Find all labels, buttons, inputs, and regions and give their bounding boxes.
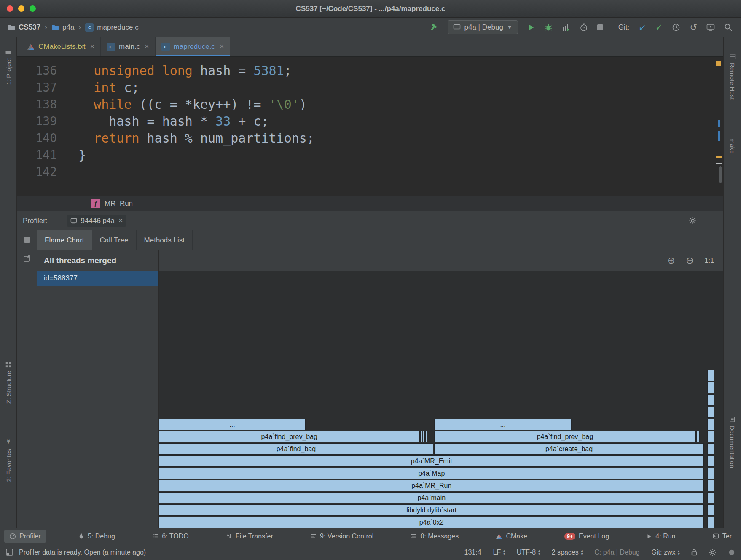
flame-frame[interactable] bbox=[707, 517, 714, 528]
run-configuration-selector[interactable]: p4a | Debug ▼ bbox=[448, 20, 518, 34]
toolwindow-terminal[interactable]: Ter bbox=[708, 530, 737, 543]
open-in-new-window-icon[interactable] bbox=[23, 255, 31, 262]
profiler-stop-icon[interactable] bbox=[24, 237, 30, 243]
flame-frame[interactable]: ... bbox=[159, 419, 306, 430]
toolwindow-stripe-make[interactable]: make bbox=[729, 138, 736, 154]
toolwindow-debug[interactable]: 5: Debug bbox=[73, 530, 120, 543]
encoding-selector[interactable]: UTF-8▴▾ bbox=[517, 549, 540, 556]
line-number[interactable]: 139 bbox=[17, 113, 74, 130]
line-number[interactable]: 138 bbox=[17, 96, 74, 113]
vcs-commit-button[interactable]: ✓ bbox=[655, 23, 663, 32]
flame-frame[interactable]: p4a`find_prev_bag bbox=[434, 431, 696, 442]
status-message[interactable]: Profiler data is ready. Open (a minute a… bbox=[19, 549, 146, 556]
close-icon[interactable]: × bbox=[90, 42, 94, 51]
flame-chart[interactable]: p4a`0x2libdyld.dylib`startp4a`mainp4a`MR… bbox=[159, 271, 723, 528]
flame-frame[interactable] bbox=[707, 492, 714, 503]
stripe-mark-gray[interactable] bbox=[716, 163, 722, 164]
attach-profiler-button[interactable] bbox=[580, 23, 588, 32]
flame-frame[interactable] bbox=[707, 468, 714, 479]
flame-frame[interactable] bbox=[423, 431, 425, 442]
minimize-window-button[interactable] bbox=[18, 5, 24, 12]
flame-frame[interactable]: p4a`MR_Run bbox=[159, 480, 704, 491]
toolwindow-file-transfer[interactable]: File Transfer bbox=[221, 530, 278, 543]
toolwindow-stripe-project[interactable]: 1: Project bbox=[5, 50, 12, 85]
flame-frame[interactable] bbox=[707, 480, 714, 491]
flame-frame[interactable]: ... bbox=[434, 419, 572, 430]
breadcrumb-file[interactable]: c mapreduce.c bbox=[85, 23, 138, 32]
line-number[interactable]: 136 bbox=[17, 62, 74, 79]
stop-button[interactable] bbox=[597, 24, 603, 30]
tab-methods-list[interactable]: Methods List bbox=[137, 230, 193, 250]
debug-button[interactable] bbox=[544, 23, 553, 32]
run-button[interactable] bbox=[527, 24, 535, 31]
line-number[interactable]: 141 bbox=[17, 147, 74, 164]
tab-main-c[interactable]: c main.c × bbox=[101, 37, 156, 56]
caret-position[interactable]: 131:4 bbox=[464, 549, 481, 556]
flame-frame[interactable] bbox=[696, 431, 700, 442]
flame-frame[interactable] bbox=[707, 370, 714, 381]
stripe-mark-yellow[interactable] bbox=[716, 61, 721, 66]
settings-gear-icon[interactable] bbox=[689, 217, 697, 225]
code-line[interactable]: ^} bbox=[78, 147, 723, 164]
tab-mapreduce-c[interactable]: c mapreduce.c × bbox=[156, 37, 231, 56]
flame-frame[interactable] bbox=[707, 504, 714, 516]
profiler-session-tab[interactable]: 94446 p4a × bbox=[67, 215, 126, 227]
flame-frame[interactable] bbox=[707, 455, 714, 467]
flame-frame[interactable] bbox=[425, 431, 427, 442]
history-clock-icon[interactable] bbox=[672, 23, 680, 32]
toolwindow-stripe-favorites[interactable]: 2: Favorites ★ bbox=[5, 438, 12, 482]
code-line[interactable]: hash = hash * 33 + c; bbox=[78, 113, 723, 130]
run-with-profiler-button[interactable] bbox=[562, 23, 570, 32]
presentation-monitor-icon[interactable] bbox=[706, 24, 715, 31]
toolwindow-toggle-icon[interactable] bbox=[6, 549, 13, 556]
notifications-icon[interactable] bbox=[728, 549, 735, 556]
stripe-mark-blue[interactable] bbox=[718, 120, 720, 127]
flame-frame[interactable] bbox=[707, 394, 714, 406]
toolwindow-event-log[interactable]: 9+ Event Log bbox=[559, 530, 614, 543]
flame-frame[interactable]: p4a`find_prev_bag bbox=[159, 431, 420, 442]
breadcrumb-function[interactable]: MR_Run bbox=[105, 199, 133, 208]
flame-frame[interactable]: p4a`create_bag bbox=[434, 443, 704, 455]
hide-panel-icon[interactable]: − bbox=[709, 215, 715, 226]
tab-call-tree[interactable]: Call Tree bbox=[92, 230, 137, 250]
thread-list-item[interactable]: id=588377 bbox=[37, 271, 158, 286]
line-number[interactable]: 142 bbox=[17, 164, 74, 180]
code-editor[interactable]: 136137138139140141142 unsigned long hash… bbox=[17, 57, 723, 196]
scrollbar-thumb[interactable] bbox=[719, 166, 722, 183]
breadcrumb-project[interactable]: CS537 bbox=[8, 23, 40, 32]
flame-frame[interactable] bbox=[707, 407, 714, 418]
search-everywhere-icon[interactable] bbox=[724, 23, 733, 32]
toolwindow-run[interactable]: 4: Run bbox=[641, 530, 680, 543]
zoom-ratio[interactable]: 1:1 bbox=[705, 257, 714, 264]
git-branch-selector[interactable]: Git: zwx▴▾ bbox=[652, 549, 679, 556]
toolwindow-cmake[interactable]: CMake bbox=[491, 530, 532, 543]
lock-icon[interactable] bbox=[691, 549, 697, 556]
toolwindow-profiler[interactable]: Profiler bbox=[4, 530, 46, 543]
vcs-update-button[interactable]: ↙ bbox=[639, 23, 646, 32]
build-hammer-icon[interactable] bbox=[429, 23, 438, 32]
error-stripe[interactable] bbox=[714, 57, 723, 196]
code-line[interactable]: return hash % num_partitions; bbox=[78, 130, 723, 147]
line-number[interactable]: 140 bbox=[17, 130, 74, 147]
toolwindow-stripe-remote-host[interactable]: Remote Host bbox=[729, 54, 736, 100]
toolwindow-stripe-documentation[interactable]: Documentation bbox=[729, 417, 736, 468]
flame-frame[interactable] bbox=[707, 382, 714, 393]
flame-frame[interactable]: p4a`find_bag bbox=[159, 443, 433, 455]
flame-frame[interactable]: p4a`MR_Emit bbox=[159, 455, 704, 467]
code-line[interactable]: while ((c = *key++) != '\0') bbox=[78, 96, 723, 113]
flame-frame[interactable]: p4a`0x2 bbox=[159, 517, 704, 528]
code-line[interactable]: int c; bbox=[78, 79, 723, 96]
close-icon[interactable]: × bbox=[220, 42, 224, 51]
zoom-in-icon[interactable]: ⊕ bbox=[667, 255, 675, 266]
line-number[interactable]: 137 bbox=[17, 79, 74, 96]
close-icon[interactable]: × bbox=[118, 216, 123, 225]
flame-frame[interactable]: p4a`main bbox=[159, 492, 704, 503]
close-window-button[interactable] bbox=[7, 5, 13, 12]
editor-code[interactable]: unsigned long hash = 5381; int c; while … bbox=[74, 57, 723, 196]
toolwindow-todo[interactable]: 6: TODO bbox=[147, 530, 193, 543]
zoom-out-icon[interactable]: ⊖ bbox=[686, 255, 693, 266]
zoom-window-button[interactable] bbox=[30, 5, 36, 12]
flame-frame[interactable] bbox=[707, 431, 714, 442]
close-icon[interactable]: × bbox=[145, 42, 149, 51]
indent-selector[interactable]: 2 spaces▴▾ bbox=[552, 549, 583, 556]
